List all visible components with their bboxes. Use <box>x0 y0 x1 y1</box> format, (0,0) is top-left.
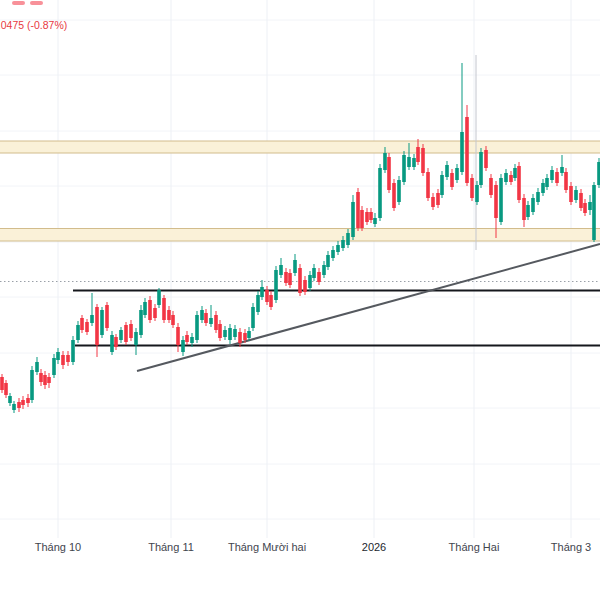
candle <box>218 320 222 341</box>
candle <box>531 194 535 215</box>
candle <box>317 268 321 285</box>
time-axis-label: Tháng 10 <box>35 541 81 553</box>
time-axis-label: Tháng 3 <box>551 541 591 553</box>
candle <box>171 311 175 328</box>
candle <box>269 291 273 310</box>
rising-trendline[interactable] <box>137 244 600 371</box>
candle <box>17 398 21 412</box>
candle <box>436 189 440 208</box>
candle <box>134 328 138 355</box>
candle <box>43 371 47 389</box>
candlestick-chart[interactable]: 0.0475 (-0.87%) Tháng 10Tháng 11Tháng Mư… <box>0 0 600 600</box>
candle <box>21 396 25 409</box>
chart-canvas[interactable] <box>0 0 600 600</box>
candle <box>209 305 213 327</box>
candle <box>119 327 123 343</box>
candle <box>499 174 503 225</box>
candle <box>26 394 30 407</box>
candle <box>129 320 133 341</box>
candle <box>303 276 307 295</box>
candle <box>223 326 227 340</box>
candle <box>541 179 545 196</box>
candle <box>4 380 8 398</box>
candle <box>517 162 521 203</box>
candle <box>200 306 204 323</box>
candle <box>522 194 526 227</box>
candle <box>564 168 568 193</box>
candle <box>56 348 60 364</box>
candle <box>256 291 260 315</box>
candle <box>195 311 199 343</box>
supply-zone-upper[interactable] <box>0 141 600 153</box>
supply-zones[interactable] <box>0 141 600 241</box>
candle <box>148 296 152 323</box>
candle <box>185 331 189 345</box>
time-axis-label: 2026 <box>362 541 386 553</box>
candle <box>167 306 171 323</box>
candle <box>52 354 56 378</box>
candle <box>293 254 297 276</box>
candle <box>228 324 232 344</box>
candle <box>124 322 128 345</box>
candle <box>260 280 264 300</box>
candle <box>265 286 269 305</box>
candle <box>365 208 369 225</box>
candle <box>356 188 360 231</box>
time-axis-label: Tháng Hai <box>449 541 500 553</box>
clipped-text-fragment <box>12 1 25 5</box>
candle <box>279 258 283 278</box>
candle <box>489 174 493 198</box>
trendline[interactable] <box>137 244 600 371</box>
horizontal-support-lines[interactable] <box>73 291 600 346</box>
time-axis-label: Tháng 11 <box>148 541 194 553</box>
candle <box>30 366 34 403</box>
candle <box>351 195 355 240</box>
candle <box>378 164 382 221</box>
candle <box>298 264 302 296</box>
candle <box>85 319 89 335</box>
candle <box>153 304 157 321</box>
candle <box>421 144 425 176</box>
candle <box>95 304 99 357</box>
candle <box>326 251 330 270</box>
candle <box>288 269 292 288</box>
candle <box>8 393 12 406</box>
candle <box>61 351 65 369</box>
candle <box>392 179 396 211</box>
candle <box>71 336 75 365</box>
candle <box>440 171 444 198</box>
candle <box>105 302 109 331</box>
candle <box>574 186 578 203</box>
candle <box>369 208 373 223</box>
candle <box>550 166 554 183</box>
candle <box>76 321 80 343</box>
candle <box>331 246 335 261</box>
supply-zone-lower[interactable] <box>0 229 600 242</box>
candle <box>176 323 180 352</box>
candle <box>455 164 459 183</box>
candle <box>526 201 530 220</box>
candle <box>465 105 469 186</box>
candle <box>579 189 583 211</box>
candle <box>387 153 391 193</box>
candle <box>555 168 559 186</box>
time-axis[interactable]: Tháng 10Tháng 11Tháng Mười hai2026Tháng … <box>0 538 600 558</box>
candle <box>450 169 454 190</box>
candle <box>569 182 573 205</box>
candle <box>545 174 549 190</box>
candle <box>322 261 326 278</box>
candle <box>80 315 84 333</box>
candle <box>139 305 143 338</box>
candle <box>509 171 513 185</box>
candle <box>312 264 316 281</box>
candle <box>100 307 104 338</box>
candle <box>412 154 416 170</box>
candle <box>445 161 449 180</box>
candle <box>90 293 94 326</box>
candle <box>233 325 237 340</box>
candle <box>536 188 540 205</box>
time-axis-label: Tháng Mười hai <box>228 541 306 553</box>
candle <box>162 295 166 323</box>
candle <box>274 266 278 303</box>
candle <box>284 268 288 286</box>
